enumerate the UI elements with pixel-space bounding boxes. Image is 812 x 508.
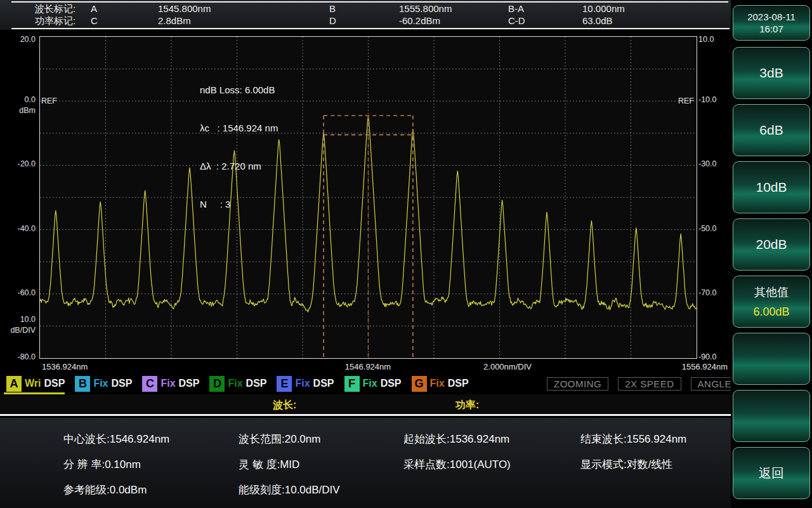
x-axis-center-label: 1546.924nm — [345, 362, 391, 371]
start-wavelength-value: 起始波长:1536.924nm — [403, 433, 511, 446]
speed-indicator[interactable]: 2X SPEED — [618, 377, 681, 391]
status-indicator-bar: ZOOMING 2X SPEED ANGLED — [547, 377, 745, 391]
trace-g-mode: Fix — [430, 378, 445, 389]
trace-tab-bar: A Wri DSP B Fix DSP C Fix DSP D Fix DSP … — [6, 375, 469, 392]
softkey-other-value-amount: 6.00dB — [753, 305, 789, 319]
trace-d-letter: D — [209, 376, 225, 392]
marker-b-value: 1555.800nm — [399, 3, 508, 15]
ndb-measurement-readout: ndB Loss: 6.00dB λc : 1546.924 nm Δλ : 2… — [200, 58, 278, 236]
softkey-blank-2[interactable] — [733, 390, 810, 442]
resolution-value: 分 辨 率:0.10nm — [63, 458, 169, 471]
trace-a-letter: A — [6, 376, 22, 392]
wavelength-marker-row: 波长标记: A 1545.800nm B 1555.800nm B-A 10.0… — [35, 3, 727, 15]
trace-tab-b[interactable]: B Fix DSP — [75, 375, 132, 392]
trace-b-mode: Fix — [93, 378, 108, 389]
softkey-6db-label: 6dB — [759, 123, 783, 138]
zooming-indicator[interactable]: ZOOMING — [547, 377, 608, 391]
trace-tab-g[interactable]: G Fix DSP — [412, 375, 469, 392]
marker-a-value: 1545.800nm — [158, 3, 329, 15]
x-axis-div-label: 2.000nm/DIV — [483, 362, 532, 371]
trace-tab-e[interactable]: E Fix DSP — [277, 375, 334, 392]
delta-lambda-line: Δλ : 2.720 nm — [200, 160, 278, 173]
center-wavelength-value: 中心波长:1546.924nm — [63, 433, 169, 446]
trace-a-kind: DSP — [44, 378, 65, 389]
y-axis-tick-right: -50.0 — [698, 224, 731, 234]
marker-c-name: C — [91, 15, 158, 27]
softkey-other-value-label: 其他值 — [754, 284, 789, 300]
marker-a-name: A — [91, 3, 158, 15]
ref-marker-right: REF — [671, 97, 694, 105]
sample-points-value: 采样点数:1001(AUTO) — [403, 458, 511, 471]
wavelength-marker-label: 波长标记: — [35, 3, 91, 15]
softkey-return-label: 返回 — [759, 465, 784, 482]
softkey-6db[interactable]: 6dB — [733, 104, 810, 156]
softkey-3db-label: 3dB — [759, 65, 783, 81]
marker-cd-name: C-D — [508, 15, 582, 27]
parameter-column-1: 中心波长:1546.924nm 分 辨 率:0.10nm 参考能级:0.0dBm — [63, 433, 169, 508]
softkey-blank-1[interactable] — [733, 333, 810, 385]
y-axis-tick-left: -80.0 — [0, 352, 36, 362]
y-scale-unit-label: dB/DIV — [0, 326, 36, 335]
power-marker-row: 功率标记: C 2.8dBm D -60.2dBm C-D 63.0dB — [35, 15, 727, 27]
spectrum-plot — [39, 36, 697, 359]
y-axis-tick-left: 0.0 — [0, 95, 36, 105]
marker-ba-name: B-A — [508, 3, 582, 15]
display-mode-value: 显示模式:对数/线性 — [580, 458, 686, 471]
stop-wavelength-value: 结束波长:1556.924nm — [580, 433, 686, 446]
date-text: 2023-08-11 — [747, 11, 796, 23]
trace-b-letter: B — [75, 376, 90, 392]
parameter-panel: 中心波长:1546.924nm 分 辨 率:0.10nm 参考能级:0.0dBm… — [0, 418, 731, 508]
trace-b-kind: DSP — [112, 378, 133, 389]
power-section-label: 功率: — [455, 399, 479, 412]
wavelength-section-label: 波长: — [273, 399, 296, 412]
datetime-button[interactable]: 2023-08-11 16:07 — [733, 5, 810, 41]
marker-b-name: B — [329, 3, 399, 15]
section-bar: 波长: 功率: — [0, 394, 731, 416]
softkey-other-value[interactable]: 其他值 6.00dB — [733, 276, 810, 328]
softkey-sidebar: 2023-08-11 16:07 3dB 6dB 10dB 20dB 其他值 6… — [731, 0, 812, 508]
trace-a-mode: Wri — [25, 378, 41, 389]
ref-marker-left: REF — [41, 97, 57, 105]
marker-c-value: 2.8dBm — [158, 15, 329, 27]
marker-ba-value: 10.000nm — [582, 3, 727, 15]
trace-g-kind: DSP — [448, 378, 469, 389]
power-marker-label: 功率标记: — [35, 15, 91, 27]
softkey-10db[interactable]: 10dB — [733, 161, 810, 213]
trace-f-kind: DSP — [381, 378, 402, 389]
lambda-c-line: λc : 1546.924 nm — [200, 122, 278, 135]
softkey-10db-label: 10dB — [756, 180, 787, 195]
time-text: 16:07 — [759, 23, 783, 35]
y-axis-tick-right: 10.0 — [698, 35, 731, 44]
trace-f-mode: Fix — [363, 378, 377, 389]
y-scale-value-label: 10.0 — [0, 315, 36, 324]
trace-tab-f[interactable]: F Fix DSP — [344, 375, 402, 392]
trace-g-letter: G — [412, 376, 427, 392]
y-axis-tick-right: -70.0 — [698, 288, 731, 298]
section-divider — [0, 414, 731, 416]
n-count-line: N : 3 — [200, 198, 278, 211]
trace-tab-d[interactable]: D Fix DSP — [209, 375, 266, 392]
trace-e-mode: Fix — [295, 378, 310, 389]
marker-header: 波长标记: A 1545.800nm B 1555.800nm B-A 10.0… — [0, 0, 731, 30]
trace-c-kind: DSP — [179, 378, 200, 389]
trace-c-mode: Fix — [160, 378, 175, 389]
marker-cd-value: 63.0dB — [582, 15, 727, 27]
x-axis-start-label: 1536.924nm — [42, 362, 88, 371]
x-axis-stop-label: 1556.924nm — [682, 362, 728, 371]
y-axis-tick-left: -40.0 — [0, 224, 36, 234]
level-scale-value: 能级刻度:10.0dB/DIV — [239, 484, 340, 497]
parameter-column-4: 结束波长:1556.924nm 显示模式:对数/线性 — [580, 433, 686, 484]
trace-c-letter: C — [142, 376, 157, 392]
y-axis-tick-left: -20.0 — [0, 159, 36, 169]
y-axis-tick-right: -90.0 — [698, 352, 731, 362]
y-axis-unit-label: dBm — [0, 106, 36, 116]
trace-tab-a[interactable]: A Wri DSP — [6, 375, 65, 392]
softkey-return[interactable]: 返回 — [733, 447, 810, 499]
trace-d-mode: Fix — [228, 378, 242, 389]
trace-tab-c[interactable]: C Fix DSP — [142, 375, 199, 392]
parameter-column-3: 起始波长:1536.924nm 采样点数:1001(AUTO) — [403, 433, 511, 484]
softkey-3db[interactable]: 3dB — [733, 47, 810, 99]
trace-e-letter: E — [277, 376, 292, 392]
softkey-20db[interactable]: 20dB — [733, 218, 810, 271]
trace-d-kind: DSP — [246, 378, 267, 389]
